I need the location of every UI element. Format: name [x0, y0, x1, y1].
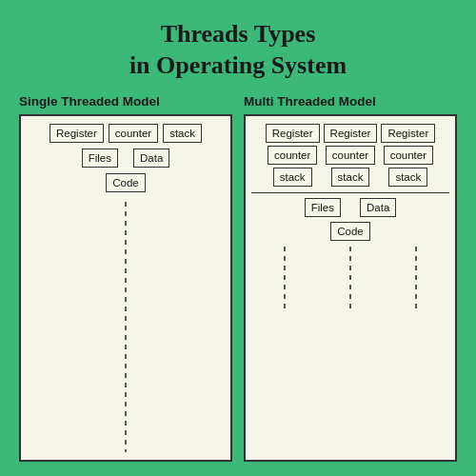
thread-col-1: Register counter stack	[266, 124, 320, 187]
multi-shared-row1: Files Data	[305, 198, 397, 217]
t2-counter: counter	[326, 146, 375, 165]
t2-register: Register	[324, 124, 378, 143]
multi-thread-box: Register counter stack Register counter …	[244, 114, 457, 462]
models-container: Single Threaded Model Register counter s…	[19, 94, 457, 462]
t1-register: Register	[266, 124, 320, 143]
single-thread-section: Single Threaded Model Register counter s…	[19, 94, 232, 462]
t1-stack: stack	[273, 168, 312, 187]
multi-thread-title: Multi Threaded Model	[244, 94, 457, 109]
t1-counter: counter	[268, 146, 317, 165]
thread-col-3: Register counter stack	[381, 124, 435, 187]
chip-code: Code	[106, 173, 146, 192]
chip-register: Register	[50, 124, 104, 143]
t3-register: Register	[381, 124, 435, 143]
thread-columns: Register counter stack Register counter …	[266, 124, 435, 187]
single-row3: Code	[106, 173, 146, 192]
t3-counter: counter	[384, 146, 433, 165]
multi-shared-area: Files Data Code	[251, 192, 449, 308]
multi-files: Files	[305, 198, 341, 217]
single-thread-box: Register counter stack Files Data Code	[19, 114, 232, 462]
single-thread-title: Single Threaded Model	[19, 94, 232, 109]
multi-thread-section: Multi Threaded Model Register counter st…	[244, 94, 457, 462]
multi-dashed-container	[251, 247, 449, 308]
chip-counter: counter	[109, 124, 158, 143]
single-row1: Register counter stack	[50, 124, 202, 143]
main-card: Threads Types in Operating System Single…	[10, 10, 466, 466]
t2-stack: stack	[331, 168, 370, 187]
single-row2: Files Data	[82, 149, 170, 168]
chip-files: Files	[82, 149, 118, 168]
multi-data: Data	[360, 198, 396, 217]
multi-shared-row2: Code	[330, 222, 370, 241]
page-title: Threads Types in Operating System	[129, 19, 347, 81]
single-dashed-line	[125, 202, 127, 452]
multi-code: Code	[330, 222, 370, 241]
chip-stack: stack	[163, 124, 202, 143]
t3-stack: stack	[388, 168, 427, 187]
chip-data: Data	[133, 149, 169, 168]
thread-col-2: Register counter stack	[324, 124, 378, 187]
